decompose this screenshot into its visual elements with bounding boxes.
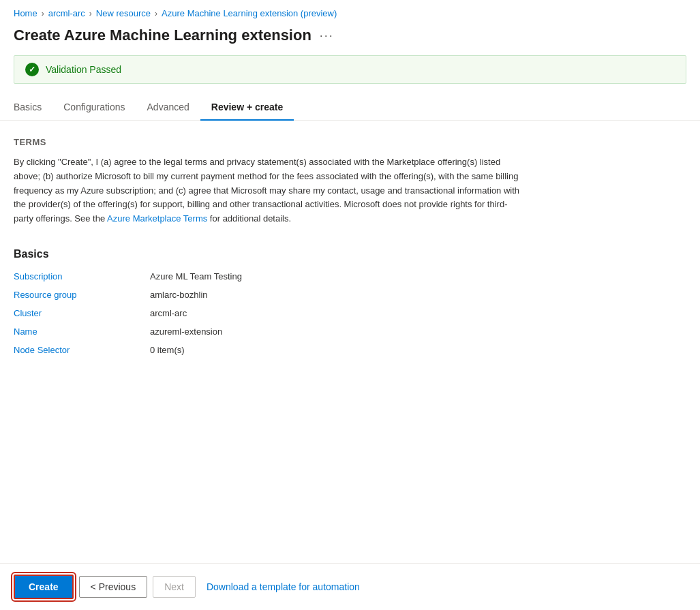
tab-basics[interactable]: Basics xyxy=(14,95,52,121)
field-label-node-selector: Node Selector xyxy=(14,345,150,355)
footer: Create < Previous Next Download a templa… xyxy=(0,563,700,610)
previous-button[interactable]: < Previous xyxy=(79,576,148,598)
field-row-subscription: Subscription Azure ML Team Testing xyxy=(14,271,686,281)
breadcrumb-extension[interactable]: Azure Machine Learning extension (previe… xyxy=(162,8,337,18)
main-content: TERMS By clicking "Create", I (a) agree … xyxy=(0,137,700,355)
breadcrumb-home[interactable]: Home xyxy=(14,8,37,18)
ellipsis-button[interactable]: ··· xyxy=(320,29,334,43)
field-row-node-selector: Node Selector 0 item(s) xyxy=(14,345,686,355)
field-value-cluster: arcml-arc xyxy=(150,308,187,318)
terms-section-title: TERMS xyxy=(14,137,686,147)
create-button[interactable]: Create xyxy=(14,575,74,599)
field-label-name: Name xyxy=(14,326,150,337)
page-title: Create Azure Machine Learning extension xyxy=(14,27,311,44)
field-row-cluster: Cluster arcml-arc xyxy=(14,308,686,318)
tab-bar: Basics Configurations Advanced Review + … xyxy=(0,95,700,121)
breadcrumb-arcml[interactable]: arcml-arc xyxy=(48,8,85,18)
field-value-node-selector: 0 item(s) xyxy=(150,345,185,355)
field-row-resource-group: Resource group amlarc-bozhlin xyxy=(14,290,686,300)
tab-configurations[interactable]: Configurations xyxy=(52,95,136,121)
terms-body: By clicking "Create", I (a) agree to the… xyxy=(14,155,525,226)
basics-section-title: Basics xyxy=(14,248,686,260)
azure-marketplace-terms-link[interactable]: Azure Marketplace Terms xyxy=(107,213,207,224)
terms-text-part2: for additional details. xyxy=(207,213,291,224)
field-label-resource-group: Resource group xyxy=(14,290,150,300)
validation-text: Validation Passed xyxy=(46,64,121,75)
field-value-subscription: Azure ML Team Testing xyxy=(150,271,242,281)
basics-section: Basics Subscription Azure ML Team Testin… xyxy=(14,248,686,355)
validation-check-icon xyxy=(25,63,39,76)
breadcrumb-separator-2: › xyxy=(89,9,92,18)
breadcrumb: Home › arcml-arc › New resource › Azure … xyxy=(0,0,700,24)
field-label-cluster: Cluster xyxy=(14,308,150,318)
breadcrumb-separator-1: › xyxy=(42,9,44,18)
validation-banner: Validation Passed xyxy=(14,55,686,84)
tab-advanced[interactable]: Advanced xyxy=(136,95,200,121)
field-row-name: Name azureml-extension xyxy=(14,326,686,337)
next-button[interactable]: Next xyxy=(153,576,196,598)
field-value-resource-group: amlarc-bozhlin xyxy=(150,290,208,300)
terms-section: TERMS By clicking "Create", I (a) agree … xyxy=(14,137,686,226)
field-value-name: azureml-extension xyxy=(150,326,222,337)
tab-review-create[interactable]: Review + create xyxy=(200,95,294,121)
download-template-link[interactable]: Download a template for automation xyxy=(201,577,365,597)
page-title-bar: Create Azure Machine Learning extension … xyxy=(0,24,700,55)
field-label-subscription: Subscription xyxy=(14,271,150,281)
breadcrumb-separator-3: › xyxy=(155,9,157,18)
breadcrumb-new-resource[interactable]: New resource xyxy=(96,8,151,18)
